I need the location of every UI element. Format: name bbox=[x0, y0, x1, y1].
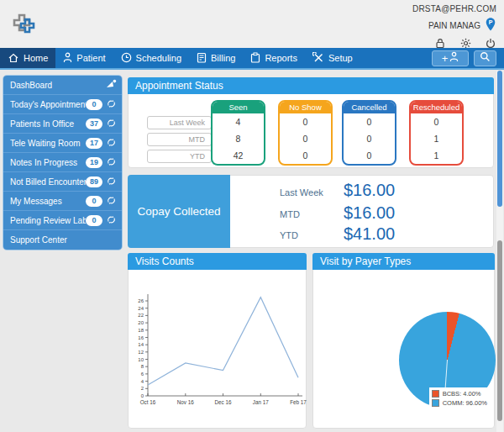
stat-card-cancelled: Cancelled 0 0 0 bbox=[342, 100, 396, 166]
copay-collected-label: Copay Collected bbox=[128, 175, 230, 248]
nav-item-scheduling[interactable]: Scheduling bbox=[113, 48, 189, 68]
scrollbar-thumb-top[interactable] bbox=[497, 71, 502, 207]
appointment-status-panel: Appointment Status Last Week MTD YTD See… bbox=[128, 77, 494, 168]
svg-text:20: 20 bbox=[138, 320, 144, 325]
svg-text:6: 6 bbox=[141, 371, 144, 377]
settings-gear-icon[interactable] bbox=[459, 37, 471, 49]
sidebar-item-my-messages[interactable]: My Messages 0 bbox=[3, 192, 122, 211]
scrollbar-thumb-bottom[interactable] bbox=[497, 240, 502, 421]
svg-text:12: 12 bbox=[138, 350, 144, 355]
clock-icon bbox=[121, 52, 132, 65]
copay-row-label: Last Week bbox=[280, 187, 323, 198]
sidebar-item-notes-in-progress[interactable]: Notes In Progress 19 bbox=[3, 153, 122, 172]
count-badge: 0 bbox=[86, 196, 102, 207]
page-scrollbar[interactable] bbox=[496, 71, 503, 432]
nav-item-patient[interactable]: Patient bbox=[55, 48, 113, 68]
sidebar-item-patients-in-office[interactable]: Patients In Office 37 bbox=[3, 114, 122, 134]
home-icon bbox=[8, 52, 19, 65]
billing-icon bbox=[197, 52, 207, 65]
reports-icon bbox=[250, 52, 260, 65]
sidebar-item-pending-review-labs[interactable]: Pending Review Labs 0 bbox=[3, 211, 122, 230]
sidebar-item-dashboard[interactable]: DashBoard bbox=[3, 76, 122, 95]
legend-swatch-bcbs bbox=[432, 390, 439, 398]
sidebar-item-support-center[interactable]: Support Center bbox=[3, 230, 122, 250]
svg-text:Dec 16: Dec 16 bbox=[215, 399, 232, 405]
count-badge: 37 bbox=[86, 119, 102, 129]
row-label-ytd: YTD bbox=[147, 150, 212, 163]
refresh-icon[interactable] bbox=[107, 215, 117, 225]
sidebar-item-tele-waiting-room[interactable]: Tele Waiting Room 17 bbox=[3, 134, 122, 153]
search-button[interactable] bbox=[474, 50, 496, 66]
svg-text:8: 8 bbox=[141, 364, 144, 369]
row-label-mtd: MTD bbox=[147, 133, 212, 146]
refresh-icon[interactable] bbox=[107, 138, 117, 148]
payer-types-title: Visit by Payer Types bbox=[312, 253, 495, 270]
count-badge: 0 bbox=[86, 215, 102, 226]
refresh-icon[interactable] bbox=[107, 99, 117, 109]
count-badge: 89 bbox=[86, 176, 102, 187]
count-badge: 19 bbox=[86, 157, 102, 168]
legend-row-bcbs: BCBS: 4.00% bbox=[432, 389, 487, 398]
svg-text:24: 24 bbox=[138, 306, 144, 311]
visits-counts-panel: Visits Counts 02468101214161820222426Oct… bbox=[128, 253, 307, 429]
copay-row-value: $16.00 bbox=[344, 181, 395, 200]
svg-text:2: 2 bbox=[141, 386, 144, 391]
refresh-icon[interactable] bbox=[107, 157, 117, 167]
nav-item-home[interactable]: Home bbox=[0, 48, 55, 68]
svg-text:16: 16 bbox=[138, 335, 144, 340]
row-label-last-week: Last Week bbox=[147, 116, 212, 129]
copay-row-label: YTD bbox=[280, 230, 298, 240]
nav-item-billing[interactable]: Billing bbox=[189, 48, 243, 68]
refresh-icon[interactable] bbox=[107, 196, 117, 206]
svg-text:18: 18 bbox=[138, 328, 144, 333]
refresh-icon[interactable] bbox=[107, 176, 117, 187]
copay-collected-panel: Copay Collected Last Week $16.00 MTD $16… bbox=[128, 175, 494, 248]
visits-line-chart: 02468101214161820222426Oct 16Nov 16Dec 1… bbox=[130, 284, 307, 427]
svg-text:0: 0 bbox=[141, 393, 144, 398]
count-badge: 0 bbox=[86, 99, 102, 110]
svg-text:14: 14 bbox=[138, 342, 144, 347]
practice-name: PAIN MANAG bbox=[428, 21, 480, 30]
stat-card-no-show: No Show 0 0 0 bbox=[278, 100, 333, 166]
svg-text:P: P bbox=[489, 19, 493, 25]
stat-card-rescheduled: Rescheduled 0 1 1 bbox=[409, 100, 464, 166]
add-patient-button[interactable]: + bbox=[432, 50, 469, 66]
nav-item-reports[interactable]: Reports bbox=[243, 48, 305, 68]
copay-row-value: $41.00 bbox=[344, 224, 395, 244]
svg-text:4: 4 bbox=[141, 379, 144, 384]
count-badge: 17 bbox=[86, 138, 102, 149]
nav-item-setup[interactable]: Setup bbox=[305, 48, 360, 68]
sidebar-item-not-billed-encounters[interactable]: Not Billed Encounters 89 bbox=[3, 172, 122, 192]
visits-counts-title: Visits Counts bbox=[128, 253, 307, 270]
svg-text:Oct 16: Oct 16 bbox=[140, 399, 156, 405]
legend-swatch-comm bbox=[432, 399, 439, 407]
copay-row-label: MTD bbox=[280, 209, 300, 219]
svg-text:Nov 16: Nov 16 bbox=[177, 399, 194, 405]
sidebar: DashBoard Today's Appointments 0 Patient… bbox=[3, 75, 123, 250]
pie-legend: BCBS: 4.00% COMM: 96.00% bbox=[429, 387, 490, 409]
svg-text:26: 26 bbox=[138, 298, 144, 303]
power-icon[interactable] bbox=[485, 37, 496, 49]
lock-icon[interactable] bbox=[434, 37, 446, 49]
location-pin-icon[interactable]: P bbox=[485, 17, 496, 34]
payer-types-panel: Visit by Payer Types BCBS: 4.00% COMM: 9… bbox=[312, 253, 495, 429]
dashboard-icon bbox=[105, 79, 117, 91]
patient-icon bbox=[63, 52, 72, 65]
svg-text:22: 22 bbox=[138, 313, 144, 318]
stat-card-seen: Seen 4 8 42 bbox=[211, 100, 265, 166]
top-bar: DRSTA@PEHR.COM PAIN MANAG P bbox=[0, 0, 504, 48]
svg-text:Jan 17: Jan 17 bbox=[253, 399, 269, 405]
refresh-icon[interactable] bbox=[107, 119, 117, 129]
copay-row-value: $16.00 bbox=[344, 203, 395, 223]
svg-text:Feb 17: Feb 17 bbox=[290, 399, 307, 405]
appointment-status-title: Appointment Status bbox=[128, 77, 494, 94]
app-logo-icon bbox=[11, 12, 41, 42]
sidebar-item-todays-appointments[interactable]: Today's Appointments 0 bbox=[3, 95, 122, 114]
add-patient-icon bbox=[449, 51, 459, 65]
main-nav: Home Patient Scheduling Bi bbox=[0, 48, 504, 70]
search-icon bbox=[480, 50, 491, 66]
legend-row-comm: COMM: 96.00% bbox=[432, 398, 487, 408]
svg-text:10: 10 bbox=[138, 357, 144, 362]
setup-tools-icon bbox=[312, 52, 324, 65]
user-email: DRSTA@PEHR.COM bbox=[412, 4, 496, 13]
